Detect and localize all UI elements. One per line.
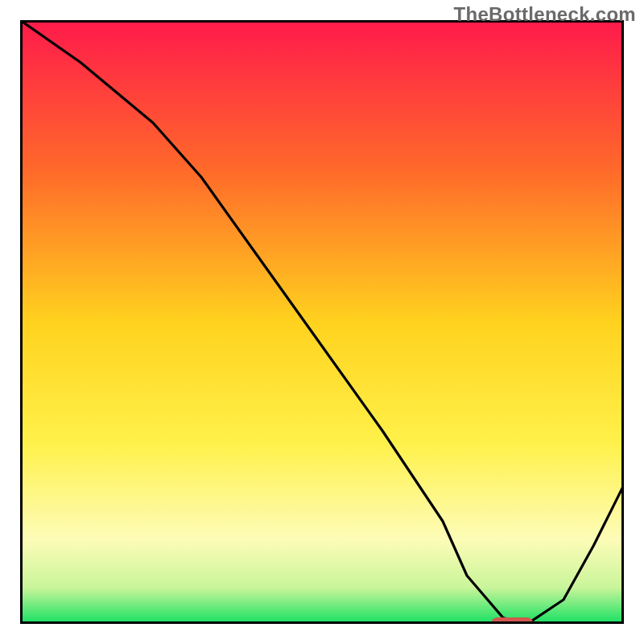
- bottleneck-chart: [20, 20, 624, 624]
- gradient-background: [20, 20, 624, 624]
- chart-svg: [20, 20, 624, 624]
- watermark-text: TheBottleneck.com: [454, 3, 636, 26]
- chart-container: TheBottleneck.com: [0, 0, 644, 644]
